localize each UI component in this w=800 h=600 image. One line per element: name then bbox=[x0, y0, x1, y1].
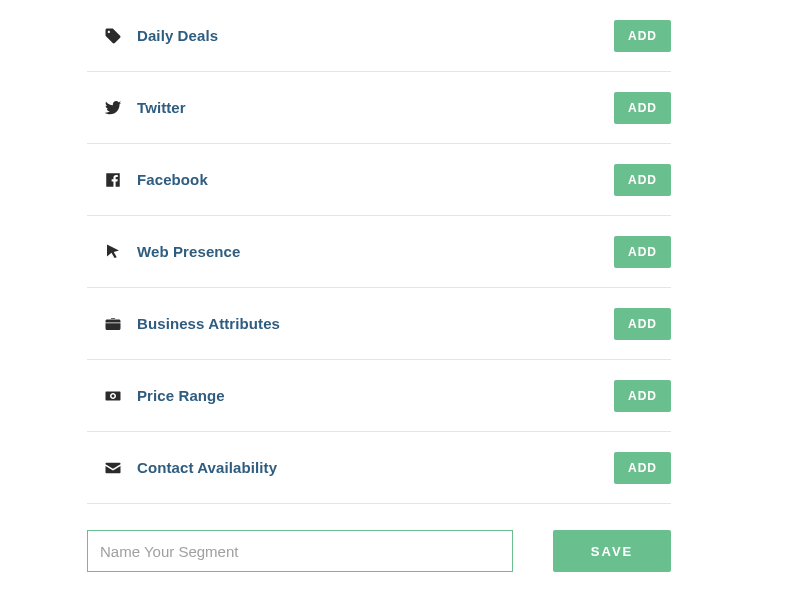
briefcase-icon bbox=[103, 314, 123, 334]
add-button[interactable]: ADD bbox=[614, 452, 671, 484]
row-left: Web Presence bbox=[87, 242, 240, 262]
mail-icon bbox=[103, 458, 123, 478]
segment-row-contact-availability: Contact Availability ADD bbox=[87, 432, 671, 504]
row-left: Daily Deals bbox=[87, 26, 218, 46]
twitter-icon bbox=[103, 98, 123, 118]
segment-row-twitter: Twitter ADD bbox=[87, 72, 671, 144]
add-button[interactable]: ADD bbox=[614, 236, 671, 268]
tag-icon bbox=[103, 26, 123, 46]
row-left: Business Attributes bbox=[87, 314, 280, 334]
segment-label: Business Attributes bbox=[137, 315, 280, 332]
save-button[interactable]: SAVE bbox=[553, 530, 671, 572]
add-button[interactable]: ADD bbox=[614, 92, 671, 124]
segment-label: Facebook bbox=[137, 171, 208, 188]
footer-bar: SAVE bbox=[87, 530, 671, 572]
add-button[interactable]: ADD bbox=[614, 308, 671, 340]
row-left: Contact Availability bbox=[87, 458, 277, 478]
row-left: Facebook bbox=[87, 170, 208, 190]
segment-label: Contact Availability bbox=[137, 459, 277, 476]
money-icon bbox=[103, 386, 123, 406]
segment-row-facebook: Facebook ADD bbox=[87, 144, 671, 216]
segment-label: Price Range bbox=[137, 387, 225, 404]
segment-row-price-range: Price Range ADD bbox=[87, 360, 671, 432]
segment-row-daily-deals: Daily Deals ADD bbox=[87, 0, 671, 72]
add-button[interactable]: ADD bbox=[614, 380, 671, 412]
segment-option-list: Daily Deals ADD Twitter ADD Facebook ADD… bbox=[87, 0, 671, 504]
segment-row-business-attributes: Business Attributes ADD bbox=[87, 288, 671, 360]
segment-label: Twitter bbox=[137, 99, 186, 116]
add-button[interactable]: ADD bbox=[614, 20, 671, 52]
row-left: Twitter bbox=[87, 98, 186, 118]
cursor-icon bbox=[103, 242, 123, 262]
segment-row-web-presence: Web Presence ADD bbox=[87, 216, 671, 288]
segment-name-input[interactable] bbox=[87, 530, 513, 572]
row-left: Price Range bbox=[87, 386, 225, 406]
facebook-icon bbox=[103, 170, 123, 190]
segment-label: Daily Deals bbox=[137, 27, 218, 44]
add-button[interactable]: ADD bbox=[614, 164, 671, 196]
segment-label: Web Presence bbox=[137, 243, 240, 260]
